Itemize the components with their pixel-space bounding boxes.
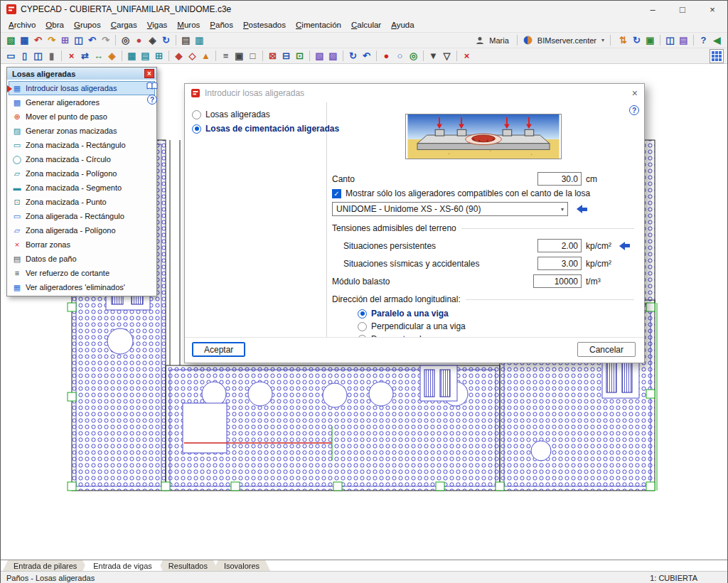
palette-item-zona-aligerada-rect-ngulo[interactable]: ▭Zona aligerada - Rectángulo — [9, 209, 155, 223]
palette-item-datos-de-pa-o[interactable]: ▤Datos de paño — [9, 252, 155, 266]
radio-perpendicular-a-una-viga[interactable]: Perpendicular a una viga — [358, 321, 634, 331]
palette-help-icon[interactable]: ? — [147, 95, 157, 105]
erase-zone-icon[interactable]: ⊠ — [266, 50, 279, 63]
exit-icon[interactable]: ◀ — [710, 34, 724, 47]
palette-item-zona-macizada-punto[interactable]: ⊡Zona macizada - Punto — [9, 195, 155, 209]
compat-checkbox-row[interactable]: ✓ Mostrar sólo los aligeradores compatib… — [332, 188, 634, 198]
palette-item-zona-macizada-segmento[interactable]: ▬Zona macizada - Segmento — [9, 181, 155, 195]
palette-item-introducir-losas-aligeradas[interactable]: ▦Introducir losas aligeradas — [9, 81, 155, 95]
solid-beam-icon[interactable]: ▮ — [45, 50, 58, 63]
hatch-a-icon[interactable]: ▧ — [313, 50, 326, 63]
window-icon[interactable]: ◫ — [663, 34, 677, 47]
refresh-icon[interactable]: ↻ — [346, 50, 360, 63]
palette-titlebar[interactable]: Losas aligeradas × — [7, 68, 156, 80]
previous-icon[interactable]: ↶ — [360, 50, 373, 63]
palette-item-zona-macizada-c-rculo[interactable]: ◯Zona macizada - Círculo — [9, 152, 155, 166]
dialog-close-button[interactable]: × — [632, 87, 638, 99]
sync-icon[interactable]: ⇅ — [616, 34, 630, 47]
views-icon[interactable]: ◫ — [72, 34, 85, 47]
tables-icon[interactable]: ⊞ — [58, 34, 72, 47]
export-icon[interactable]: ▣ — [643, 34, 657, 47]
titlebar[interactable]: CYPECAD - CUBIERTA_UNIFAMILIAR_UNIDOME.c… — [1, 1, 727, 18]
menu-cargas[interactable]: Cargas — [106, 19, 142, 31]
close-button[interactable]: × — [697, 1, 727, 18]
menu-muros[interactable]: Muros — [172, 19, 205, 31]
cancel-button[interactable]: Cancelar — [577, 342, 636, 357]
print-icon[interactable]: ▤ — [179, 34, 193, 47]
redraw-icon[interactable]: ↻ — [159, 34, 173, 47]
menu-vigas[interactable]: Vigas — [142, 19, 173, 31]
import-catalog-arrow-icon[interactable] — [577, 205, 588, 213]
palette-item-ver-aligeradores-eliminados[interactable]: ▦Ver aligeradores 'eliminados' — [9, 280, 155, 294]
tab-resultados[interactable]: Resultados — [158, 560, 218, 571]
documents-icon[interactable]: ▤ — [677, 34, 690, 47]
value-input[interactable]: 2.00 — [537, 239, 582, 252]
palette-item-zona-macizada-rect-ngulo[interactable]: ▭Zona macizada - Rectángulo — [9, 138, 155, 152]
target-icon[interactable]: ◎ — [407, 50, 420, 63]
redo-modification-icon[interactable]: ↷ — [45, 34, 58, 47]
menu-grupos[interactable]: Grupos — [69, 19, 106, 31]
column-icon[interactable]: ◆ — [172, 50, 186, 63]
tab-isovalores[interactable]: Isovalores — [213, 560, 270, 571]
menu-cimentaci-n[interactable]: Cimentación — [291, 19, 346, 31]
menu-postesados[interactable]: Postesados — [238, 19, 291, 31]
window-layout-grid-icon[interactable] — [710, 49, 724, 63]
radio-losas-aligeradas[interactable]: Losas aligeradas — [192, 109, 319, 119]
save-icon[interactable]: ▦ — [18, 34, 31, 47]
redo-icon[interactable]: ↷ — [99, 34, 112, 47]
radio-losas-de-cimentaci-n-aligeradas[interactable]: Losas de cimentación aligeradas — [192, 124, 319, 134]
close-tool-icon[interactable]: × — [460, 50, 473, 63]
balasto-input[interactable]: 10000 — [533, 274, 582, 288]
checkbox-checked-icon[interactable]: ✓ — [332, 189, 341, 198]
delete-icon[interactable]: × — [65, 50, 78, 63]
menu-ayuda[interactable]: Ayuda — [386, 19, 419, 31]
help-icon[interactable]: ? — [697, 34, 710, 47]
insert-wall-icon[interactable]: ▯ — [18, 50, 31, 63]
down-outline-icon[interactable]: ▽ — [440, 50, 454, 63]
insert-beam-icon[interactable]: ▭ — [4, 50, 18, 63]
move-icon[interactable]: ⇄ — [78, 50, 92, 63]
job-data-icon[interactable]: ▧ — [4, 34, 18, 47]
radio-paralelo-a-una-viga[interactable]: Paralelo a una viga — [358, 309, 634, 319]
hatch-b-icon[interactable]: ▨ — [326, 50, 340, 63]
blue-point-icon[interactable]: ○ — [393, 50, 407, 63]
list-icon[interactable]: ≡ — [219, 50, 232, 63]
maximize-button[interactable]: □ — [668, 1, 697, 18]
palette-item-zona-aligerada-pol-gono[interactable]: ▱Zona aligerada - Polígono — [9, 223, 155, 237]
accept-button[interactable]: Aceptar — [192, 342, 245, 357]
menu-pa-os[interactable]: Paños — [205, 19, 238, 31]
menu-archivo[interactable]: Archivo — [4, 19, 41, 31]
update-icon[interactable]: ↻ — [630, 34, 643, 47]
palette-item-generar-aligeradores[interactable]: ▩Generar aligeradores — [9, 95, 155, 109]
book-help-icon[interactable] — [146, 82, 158, 90]
level-icon[interactable]: ▲ — [199, 50, 213, 63]
menu-calcular[interactable]: Calcular — [346, 19, 386, 31]
dialog-titlebar[interactable]: Introducir losas aligeradas × — [185, 84, 644, 102]
palette-item-borrar-zonas[interactable]: ×Borrar zonas — [9, 237, 155, 252]
beam-views-icon[interactable]: ◫ — [31, 50, 45, 63]
undo-modification-icon[interactable]: ↶ — [31, 34, 45, 47]
down-icon[interactable]: ▼ — [427, 50, 440, 63]
rotate-icon[interactable]: ◈ — [105, 50, 119, 63]
layers-icon[interactable]: ▥ — [193, 34, 206, 47]
slab-add-icon[interactable]: ⊞ — [152, 50, 166, 63]
pan-icon[interactable]: ◈ — [146, 34, 159, 47]
tab-entrada-de-vigas[interactable]: Entrada de vigas — [82, 560, 163, 571]
zoom-window-icon[interactable]: ◎ — [119, 34, 132, 47]
column-outline-icon[interactable]: ◇ — [186, 50, 199, 63]
report-icon[interactable]: ▣ — [232, 50, 246, 63]
menu-obra[interactable]: Obra — [41, 19, 69, 31]
zoom-all-icon[interactable]: ● — [132, 34, 146, 47]
palette-item-ver-refuerzo-de-cortante[interactable]: ≡Ver refuerzo de cortante — [9, 266, 155, 280]
canto-input[interactable]: 30.0 — [537, 172, 582, 186]
bimserver-button[interactable]: BIMserver.center — [537, 36, 596, 45]
slab-grid-icon[interactable]: ▦ — [125, 50, 139, 63]
minimize-button[interactable]: – — [638, 1, 668, 18]
palette-item-zona-macizada-pol-gono[interactable]: ▱Zona macizada - Polígono — [9, 166, 155, 181]
palette-item-mover-el-punto-de-paso[interactable]: ⊕Mover el punto de paso — [9, 109, 155, 124]
slab-data-icon[interactable]: ▤ — [139, 50, 152, 63]
stretch-icon[interactable]: ↔ — [92, 50, 105, 63]
tab-entrada-de-pilares[interactable]: Entrada de pilares — [3, 560, 87, 571]
value-input[interactable]: 3.00 — [537, 257, 582, 270]
empty-view-icon[interactable]: □ — [246, 50, 259, 63]
